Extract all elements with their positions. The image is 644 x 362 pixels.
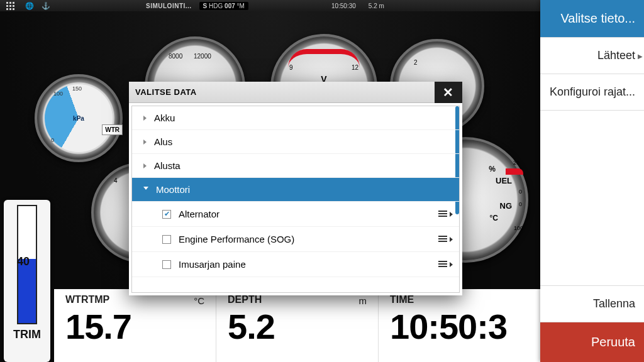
close-icon: ✕: [443, 85, 454, 100]
readout-band: WTRTMP °C 15.7 DEPTH m 5.2 TIME 10:50:3: [54, 289, 540, 362]
tree-node-alusta[interactable]: Alusta: [132, 154, 459, 178]
list-icon: [438, 261, 447, 268]
chevron-right-icon: [450, 212, 453, 217]
checkbox-checked-icon[interactable]: ✔: [162, 210, 171, 219]
collapse-icon: [143, 187, 148, 192]
anchor-icon: ⚓: [42, 2, 50, 10]
menu-header[interactable]: Valitse tieto...: [540, 0, 644, 38]
side-menu: Valitse tieto... Lähteet ▶ Konfiguroi ra…: [540, 0, 644, 362]
depth-mini: 5.2 m: [369, 3, 384, 9]
gauge-panel: 100 150 0 kPa WTR 8000 12000 9 12 V 2 % …: [0, 11, 540, 362]
menu-sources[interactable]: Lähteet ▶: [540, 38, 644, 74]
menu-cancel[interactable]: Peruuta: [540, 322, 644, 362]
chevron-right-icon: [450, 262, 453, 267]
gauge-water-pressure: 100 150 0 kPa WTR: [35, 74, 123, 162]
globe-icon: 🌐: [25, 2, 34, 10]
readout-wtrtmp[interactable]: WTRTMP °C 15.7: [54, 289, 216, 362]
expand-icon: [143, 163, 147, 168]
close-button[interactable]: ✕: [435, 82, 462, 103]
checkbox-icon[interactable]: [162, 260, 171, 269]
menu-configure-limits[interactable]: Konfiguroi rajat...: [540, 74, 644, 111]
clock: 10:50:30: [331, 3, 356, 9]
tree-node-alus[interactable]: Alus: [132, 130, 459, 154]
chevron-right-icon: ▶: [638, 52, 643, 59]
apps-icon[interactable]: [3, 1, 18, 11]
sim-label: SIMULOINTI...: [146, 3, 192, 9]
select-data-dialog: VALITSE DATA ✕ Akku Alus Alusta Moottori: [129, 82, 462, 295]
dialog-title: VALITSE DATA ✕: [129, 82, 462, 103]
trim-value: 40: [17, 255, 30, 268]
status-bar: 🌐 ⚓ SIMULOINTI... S HDG 007 °M 10:50:30 …: [0, 0, 540, 11]
menu-save[interactable]: Tallenna: [540, 285, 644, 322]
chevron-right-icon: [450, 237, 453, 242]
tree-leaf-imusarjan-paine[interactable]: Imusarjan paine: [132, 252, 459, 277]
tree-leaf-engine-performance[interactable]: Engine Performance (SOG): [132, 227, 459, 252]
readout-depth[interactable]: DEPTH m 5.2: [216, 289, 378, 362]
checkbox-icon[interactable]: [162, 235, 171, 244]
trim-gauge: 40 TRIM: [4, 200, 50, 362]
expand-icon: [143, 116, 147, 121]
readout-time[interactable]: TIME 10:50:3: [378, 289, 540, 362]
tree-leaf-alternator[interactable]: ✔ Alternator: [132, 202, 459, 227]
trim-label: TRIM: [8, 328, 47, 341]
list-icon: [438, 236, 447, 243]
list-icon: [438, 211, 447, 218]
tree-node-moottori[interactable]: Moottori: [132, 178, 459, 202]
wtr-label: WTR: [102, 124, 123, 135]
expand-icon: [143, 140, 147, 145]
heading-readout: S HDG 007 °M: [199, 2, 248, 10]
tree-node-akku[interactable]: Akku: [132, 106, 459, 130]
data-tree[interactable]: Akku Alus Alusta Moottori ✔ Alternator: [131, 106, 460, 293]
